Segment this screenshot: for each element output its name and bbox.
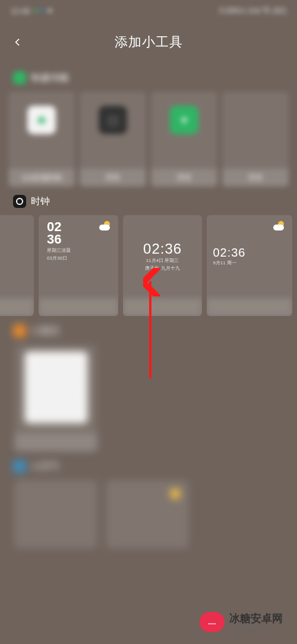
section-icon: [13, 71, 26, 84]
status-bar-right: 5.00K/s 2nd 号 (92): [219, 5, 286, 16]
section-head-cal: 小黄历: [5, 316, 292, 345]
status-dot-icon: [48, 9, 52, 12]
section-head-quick: 快捷功能: [5, 63, 292, 91]
chevron-left-icon: [13, 37, 23, 47]
widget-label: 开关: [106, 173, 120, 183]
widget-row-clock: 02 36 星期三清晨 03月30日 02:36 11月4日 星期三 庚子年 九…: [0, 215, 292, 316]
clock-time-bot: 36: [47, 233, 71, 246]
clock-date: 9月11 周一: [213, 260, 236, 266]
section-head-clock: 时钟: [5, 187, 292, 215]
clock-date: 11月4日 星期三: [146, 258, 179, 264]
widget-card-clock[interactable]: 02:36 11月4日 星期三 庚子年 九月十九: [123, 215, 203, 316]
app-icon: ▾: [170, 106, 198, 134]
widget-card-clock[interactable]: [0, 215, 34, 316]
header: 添加小工具: [0, 21, 297, 63]
clock-time: 02:36: [213, 247, 245, 258]
clock-date: 庚子年 九月十九: [145, 266, 179, 272]
section-weather: 小天气: [0, 452, 297, 548]
status-time: 12:48: [11, 7, 30, 15]
widget-card-clock[interactable]: 02:36 9月11 周一: [207, 215, 292, 316]
widget-card-weather[interactable]: [106, 480, 189, 548]
widget-label: [207, 298, 292, 316]
calendar-grid: [25, 352, 87, 423]
watermark-badge-icon: ....: [200, 612, 225, 632]
clock-time: 02:36: [143, 242, 182, 256]
widget-label: 1x1区域扫码: [21, 173, 61, 183]
section-calendar: 小黄历: [0, 316, 297, 452]
widget-label: 开关: [177, 173, 191, 183]
widget-card[interactable]: ♣ 1x1区域扫码: [8, 91, 75, 187]
app-icon: ♣: [27, 106, 56, 134]
widget-row-quick: ♣ 1x1区域扫码 ◻ 开关 ▾ 开关 开关: [5, 91, 292, 187]
widget-card-calendar[interactable]: [14, 345, 97, 452]
status-dot-icon: [41, 9, 45, 12]
section-title: 时钟: [31, 195, 50, 208]
calendar-icon: [13, 324, 26, 337]
section-title: 小天气: [31, 460, 59, 473]
back-button[interactable]: [12, 36, 24, 48]
widget-card[interactable]: ▾ 开关: [151, 91, 217, 187]
status-right-text: 5.00K/s 2nd 号 (92): [219, 5, 286, 16]
section-title: 快捷功能: [31, 72, 69, 84]
status-bar: 12:48 5.00K/s 2nd 号 (92): [0, 0, 297, 21]
section-head-weather: 小天气: [5, 452, 292, 480]
widget-card[interactable]: 开关: [222, 91, 289, 187]
section-quick: 快捷功能 ♣ 1x1区域扫码 ◻ 开关 ▾ 开关 开关: [0, 63, 297, 187]
watermark-text: 冰糖安卓网 www.btxtyx.com: [229, 611, 283, 632]
status-bar-left: 12:48: [11, 7, 52, 15]
widget-label: [123, 298, 203, 316]
widget-label: [39, 298, 118, 316]
weather-section-icon: [13, 460, 26, 473]
clock-date: 03月30日: [47, 255, 71, 261]
widget-card-clock[interactable]: 02 36 星期三清晨 03月30日: [39, 215, 118, 316]
widget-row-cal: [5, 345, 292, 452]
weather-icon: [273, 221, 286, 231]
widget-label: 开关: [248, 173, 263, 183]
clock-date: 星期三清晨: [47, 248, 71, 254]
widget-card[interactable]: ◻ 开关: [80, 91, 146, 187]
sun-icon: [170, 488, 181, 499]
watermark-cn: 冰糖安卓网: [229, 611, 283, 626]
clock-icon: [13, 195, 26, 208]
page-title: 添加小工具: [115, 33, 183, 51]
watermark: .... 冰糖安卓网 www.btxtyx.com: [196, 608, 289, 636]
status-dot-icon: [34, 9, 37, 12]
section-title: 小黄历: [31, 325, 59, 337]
app-icon: ◻: [99, 106, 127, 134]
weather-icon: [99, 221, 112, 231]
widget-row-weather: [5, 480, 292, 548]
watermark-en: www.btxtyx.com: [229, 626, 283, 632]
widget-card-weather[interactable]: [14, 480, 97, 548]
section-clock: 时钟 02 36 星期三清晨 03月30日 02:36 11月4日 星期: [0, 187, 297, 316]
